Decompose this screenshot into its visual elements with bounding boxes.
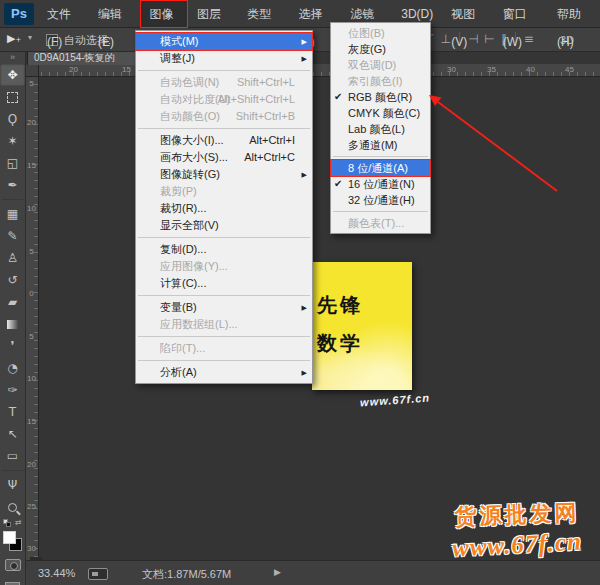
distribute-left-edges-icon[interactable]: ⊣ bbox=[468, 32, 478, 46]
menu-file[interactable]: 文件(F) bbox=[38, 0, 89, 28]
menu-item-apply-image[interactable]: 应用图像(Y)... bbox=[136, 258, 312, 275]
shape-tool-icon: ▭ bbox=[7, 449, 18, 463]
marquee-tool-icon bbox=[7, 92, 18, 103]
ruler-label: 15 bbox=[26, 418, 37, 426]
blur-tool[interactable]: ❜ bbox=[0, 335, 25, 357]
path-selection-tool[interactable]: ↖ bbox=[0, 423, 25, 445]
menu-item-reveal-all[interactable]: 显示全部(V) bbox=[136, 217, 312, 234]
submenu-item-multichannel[interactable]: 多通道(M) bbox=[331, 137, 430, 153]
auto-align-layers-icon[interactable]: ≡ bbox=[524, 32, 534, 46]
submenu-item-duotone[interactable]: 双色调(D) bbox=[331, 57, 430, 73]
submenu-item-16-bits[interactable]: ✔ 16 位/通道(N) bbox=[331, 176, 430, 192]
menu-edit[interactable]: 编辑(E) bbox=[89, 0, 140, 28]
foreground-color-swatch[interactable] bbox=[3, 531, 16, 544]
submenu-item-rgb-color[interactable]: ✔ RGB 颜色(R) bbox=[331, 89, 430, 105]
distribute-horizontal-centers-icon[interactable]: ⊢ bbox=[484, 32, 494, 46]
menu-image[interactable]: 图像(I) bbox=[140, 0, 188, 28]
submenu-item-label: 8 位/通道(A) bbox=[348, 162, 408, 174]
submenu-item-8-bits[interactable]: 8 位/通道(A) bbox=[331, 160, 430, 176]
photoshop-logo: Ps bbox=[4, 3, 34, 25]
menu-item-canvas-size[interactable]: 画布大小(S)... Alt+Ctrl+C bbox=[136, 149, 312, 166]
shape-tool[interactable]: ▭ bbox=[0, 445, 25, 467]
menu-item-auto-tone[interactable]: 自动色调(N) Shift+Ctrl+L bbox=[136, 74, 312, 91]
open-document-image[interactable]: 先锋 数学 bbox=[312, 262, 412, 390]
align-vertical-centers-icon[interactable]: ⊥ bbox=[440, 32, 450, 46]
menu-bar: Ps 文件(F) 编辑(E) 图像(I) 图层(L) 类型(Y) 选择(S) 滤… bbox=[0, 0, 600, 28]
pen-tool-icon: ✑ bbox=[7, 383, 17, 397]
tool-preset-caret-icon[interactable]: ▾ bbox=[28, 33, 32, 42]
screen-mode-button[interactable] bbox=[0, 576, 25, 585]
status-bar: 33.44% 文档:1.87M/5.67M ▶ bbox=[26, 560, 600, 585]
ruler-label: 30 bbox=[26, 545, 37, 553]
menu-item-trap[interactable]: 陷印(T)... bbox=[136, 340, 312, 357]
eyedropper-tool[interactable]: ✒ bbox=[0, 174, 25, 196]
submenu-item-grayscale[interactable]: 灰度(G) bbox=[331, 41, 430, 57]
menu-item-label: 调整(J) bbox=[160, 52, 195, 64]
clone-stamp-tool[interactable]: ♙ bbox=[0, 247, 25, 269]
menu-help[interactable]: 帮助(H) bbox=[548, 0, 600, 28]
menu-view[interactable]: 视图(V) bbox=[442, 0, 493, 28]
submenu-item-32-bits[interactable]: 32 位/通道(H) bbox=[331, 192, 430, 208]
submenu-item-label: 双色调(D) bbox=[348, 59, 396, 71]
submenu-item-indexed-color[interactable]: 索引颜色(I) bbox=[331, 73, 430, 89]
move-tool[interactable]: ✥ bbox=[0, 64, 25, 86]
submenu-item-label: 16 位/通道(N) bbox=[348, 178, 415, 190]
collapse-toolbar-icon[interactable]: » bbox=[0, 52, 25, 64]
submenu-item-lab-color[interactable]: Lab 颜色(L) bbox=[331, 121, 430, 137]
menu-item-auto-contrast[interactable]: 自动对比度(U) Alt+Shift+Ctrl+L bbox=[136, 91, 312, 108]
menu-item-duplicate[interactable]: 复制(D)... bbox=[136, 241, 312, 258]
menu-window[interactable]: 窗口(W) bbox=[494, 0, 548, 28]
crop-tool[interactable]: ◱ bbox=[0, 152, 25, 174]
eraser-tool[interactable]: ▰ bbox=[0, 291, 25, 313]
menu-item-shortcut: Shift+Ctrl+B bbox=[236, 108, 295, 125]
menu-item-crop[interactable]: 裁剪(P) bbox=[136, 183, 312, 200]
canvas-area[interactable]: 先锋 数学 www.67f.cn bbox=[40, 78, 600, 560]
magic-wand-tool[interactable]: ✶ bbox=[0, 130, 25, 152]
submenu-item-bitmap[interactable]: 位图(B) bbox=[331, 25, 430, 41]
rectangular-marquee-tool[interactable] bbox=[0, 86, 25, 108]
menu-item-auto-color[interactable]: 自动颜色(O) Shift+Ctrl+B bbox=[136, 108, 312, 125]
healing-brush-tool[interactable]: ▦ bbox=[0, 203, 25, 225]
history-brush-tool[interactable]: ↺ bbox=[0, 269, 25, 291]
healing-brush-tool-icon: ▦ bbox=[7, 207, 18, 221]
menu-layer[interactable]: 图层(L) bbox=[188, 0, 238, 28]
type-tool[interactable]: T bbox=[0, 401, 25, 423]
status-options-arrow-icon[interactable]: ▶ bbox=[274, 567, 281, 577]
menu-item-image-size[interactable]: 图像大小(I)... Alt+Ctrl+I bbox=[136, 132, 312, 149]
lasso-tool[interactable]: Ϙ bbox=[0, 108, 25, 130]
ruler-label: 45 bbox=[565, 65, 574, 74]
menu-item-adjustments[interactable]: 调整(J) ▶ bbox=[136, 50, 312, 67]
menu-item-image-rotation[interactable]: 图像旋转(G) ▶ bbox=[136, 166, 312, 183]
submenu-item-color-table[interactable]: 颜色表(T)... bbox=[331, 215, 430, 231]
menu-item-apply-data-set[interactable]: 应用数据组(L)... bbox=[136, 316, 312, 333]
menu-separator bbox=[138, 360, 310, 361]
document-preview-icon bbox=[88, 568, 108, 580]
pen-tool[interactable]: ✑ bbox=[0, 379, 25, 401]
gradient-tool[interactable] bbox=[0, 313, 25, 335]
menu-type[interactable]: 类型(Y) bbox=[238, 0, 289, 28]
ruler-label: 20 bbox=[26, 119, 37, 127]
zoom-level-field[interactable]: 33.44% bbox=[38, 567, 75, 579]
swap-colors-icon[interactable]: ⇄ bbox=[15, 518, 22, 527]
quick-mask-button[interactable] bbox=[0, 554, 25, 576]
submenu-item-label: 索引颜色(I) bbox=[348, 75, 402, 87]
hand-tool[interactable]: Ψ bbox=[0, 474, 25, 496]
submenu-arrow-icon: ▶ bbox=[302, 33, 307, 50]
brush-tool[interactable]: ✎ bbox=[0, 225, 25, 247]
menu-item-calculations[interactable]: 计算(C)... bbox=[136, 275, 312, 292]
image-text-line2: 数学 bbox=[317, 330, 363, 357]
submenu-item-cmyk-color[interactable]: CMYK 颜色(C) bbox=[331, 105, 430, 121]
menu-item-label: 计算(C)... bbox=[160, 277, 206, 289]
menu-item-analysis[interactable]: 分析(A) ▶ bbox=[136, 364, 312, 381]
menu-item-variables[interactable]: 变量(B) ▶ bbox=[136, 299, 312, 316]
submenu-item-label: CMYK 颜色(C) bbox=[348, 107, 420, 119]
submenu-item-label: 多通道(M) bbox=[348, 139, 398, 151]
image-watermark-text: www.67f.cn bbox=[360, 392, 431, 409]
move-tool-preset-icon[interactable]: ▶₊ bbox=[7, 32, 21, 45]
menu-item-trim[interactable]: 裁切(R)... bbox=[136, 200, 312, 217]
dodge-tool[interactable]: ◔ bbox=[0, 357, 25, 379]
menu-item-mode[interactable]: 模式(M) ▶ bbox=[136, 33, 312, 50]
ruler-label: 5 bbox=[26, 248, 37, 256]
zoom-tool[interactable] bbox=[0, 496, 25, 518]
image-text-line1: 先锋 bbox=[317, 292, 363, 319]
